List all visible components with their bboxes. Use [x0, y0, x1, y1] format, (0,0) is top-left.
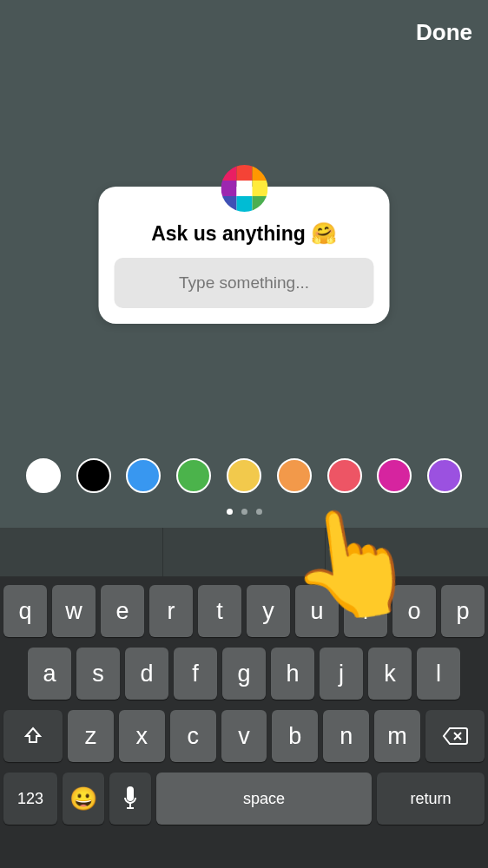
backspace-key[interactable] [425, 710, 485, 762]
color-picker [0, 458, 488, 493]
svg-rect-7 [221, 196, 236, 212]
keyboard-row-3: zxcvbnm [3, 710, 485, 762]
color-swatch-4[interactable] [227, 458, 261, 493]
suggestion-bar [0, 528, 488, 576]
question-prompt[interactable]: Ask us anything 🤗 [115, 221, 374, 246]
svg-rect-4 [221, 181, 236, 196]
shift-key[interactable] [3, 710, 63, 762]
color-swatch-0[interactable] [26, 458, 61, 493]
key-s[interactable]: s [76, 648, 120, 700]
svg-rect-5 [236, 181, 252, 196]
svg-rect-2 [236, 165, 252, 181]
page-dot[interactable] [241, 509, 247, 515]
suggestion-slot[interactable] [0, 528, 162, 576]
mic-icon [122, 786, 139, 811]
key-l[interactable]: l [417, 648, 460, 700]
color-swatch-5[interactable] [277, 458, 312, 493]
key-x[interactable]: x [119, 710, 165, 762]
key-e[interactable]: e [101, 585, 144, 637]
key-a[interactable]: a [28, 648, 71, 700]
svg-rect-8 [236, 196, 252, 212]
key-h[interactable]: h [271, 648, 314, 700]
keyboard: qwertyuiop asdfghjkl zxcvbnm 123 😀 space… [0, 576, 488, 868]
key-u[interactable]: u [295, 585, 339, 637]
key-i[interactable]: i [344, 585, 387, 637]
page-dots [0, 509, 488, 515]
key-t[interactable]: t [198, 585, 241, 637]
svg-rect-6 [252, 181, 267, 196]
key-o[interactable]: o [392, 585, 436, 637]
key-q[interactable]: q [3, 585, 47, 637]
header: Done [0, 0, 488, 65]
avatar [221, 165, 267, 212]
suggestion-slot[interactable] [325, 528, 488, 576]
key-n[interactable]: n [323, 710, 369, 762]
answer-input[interactable] [115, 258, 374, 308]
question-sticker[interactable]: Ask us anything 🤗 [99, 187, 390, 324]
return-key[interactable]: return [377, 773, 485, 825]
keyboard-row-4: 123 😀 space return [3, 773, 485, 825]
svg-rect-3 [252, 165, 267, 181]
color-swatch-1[interactable] [76, 458, 111, 493]
key-f[interactable]: f [174, 648, 217, 700]
key-g[interactable]: g [222, 648, 266, 700]
shift-icon [23, 726, 43, 746]
hugging-face-emoji: 🤗 [311, 221, 337, 246]
key-k[interactable]: k [368, 648, 412, 700]
key-d[interactable]: d [125, 648, 168, 700]
mic-key[interactable] [109, 773, 151, 825]
key-p[interactable]: p [441, 585, 485, 637]
backspace-icon [442, 727, 468, 746]
key-r[interactable]: r [149, 585, 193, 637]
keyboard-row-1: qwertyuiop [3, 585, 485, 637]
space-key[interactable]: space [156, 773, 372, 825]
color-swatch-6[interactable] [327, 458, 362, 493]
key-y[interactable]: y [247, 585, 290, 637]
svg-rect-1 [221, 165, 236, 181]
key-m[interactable]: m [374, 710, 420, 762]
color-swatch-8[interactable] [427, 458, 462, 493]
key-w[interactable]: w [52, 585, 96, 637]
numbers-key[interactable]: 123 [3, 773, 57, 825]
key-v[interactable]: v [221, 710, 267, 762]
color-swatch-2[interactable] [126, 458, 161, 493]
svg-rect-9 [252, 196, 267, 212]
key-b[interactable]: b [272, 710, 318, 762]
page-dot[interactable] [227, 509, 233, 515]
key-c[interactable]: c [170, 710, 216, 762]
keyboard-row-2: asdfghjkl [3, 648, 485, 700]
color-swatch-3[interactable] [176, 458, 211, 493]
key-z[interactable]: z [68, 710, 114, 762]
suggestion-slot[interactable] [162, 528, 326, 576]
page-dot[interactable] [256, 509, 262, 515]
key-j[interactable]: j [320, 648, 363, 700]
color-swatch-7[interactable] [377, 458, 412, 493]
done-button[interactable]: Done [416, 19, 472, 46]
emoji-key[interactable]: 😀 [63, 773, 104, 825]
prompt-text: Ask us anything [151, 222, 306, 246]
